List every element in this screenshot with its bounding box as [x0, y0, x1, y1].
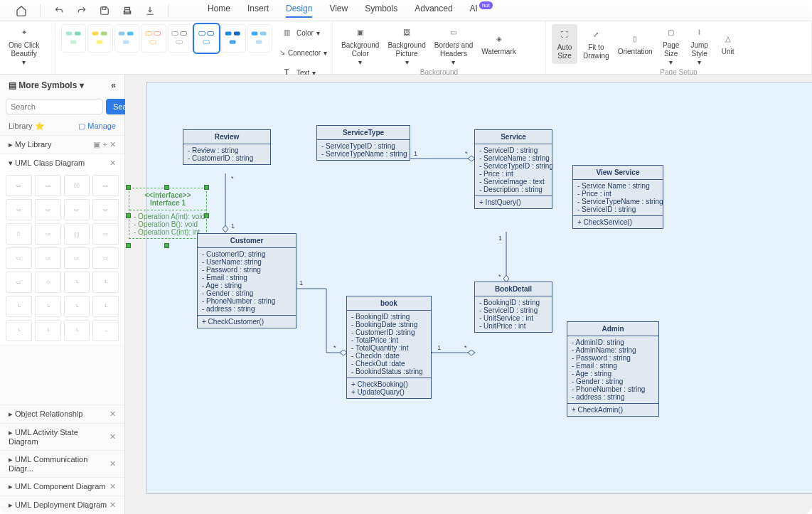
- manage-link[interactable]: ▢ Manage: [78, 122, 116, 131]
- stencil-shape[interactable]: ▭: [92, 199, 119, 220]
- section-comm[interactable]: ▸ UML Communication Diagr...✕: [0, 450, 124, 477]
- uml-class-customer[interactable]: Customer - CustomerID: string - UserName…: [197, 233, 297, 328]
- theme-1[interactable]: [61, 24, 86, 53]
- collapse-icon[interactable]: «: [111, 80, 116, 90]
- svg-text:1: 1: [437, 344, 441, 351]
- menu-view[interactable]: View: [329, 4, 348, 18]
- redo-icon[interactable]: [73, 2, 90, 19]
- bg-picture-button[interactable]: 🖼Background Picture ▾: [385, 24, 428, 68]
- section-deployment[interactable]: ▸ UML Deployment Diagram✕: [0, 496, 124, 514]
- fit-drawing-button[interactable]: ⤢Fit to Drawing: [580, 24, 612, 64]
- page-size-button[interactable]: ▢Page Size ▾: [658, 24, 684, 68]
- svg-text:1: 1: [414, 150, 417, 157]
- export-icon[interactable]: [141, 2, 159, 19]
- borders-button[interactable]: ▭Borders and Headers ▾: [432, 24, 476, 68]
- stencil-shape[interactable]: ▭: [35, 175, 61, 196]
- auto-size-button[interactable]: ⛶Auto Size: [552, 24, 577, 64]
- menu-insert[interactable]: Insert: [247, 4, 269, 18]
- one-click-beautify-button[interactable]: ✦One Click Beautify ▾: [6, 24, 42, 68]
- uml-class-servicetype[interactable]: ServiceType - ServiceTypeID : string - S…: [316, 125, 410, 161]
- uml-class-admin[interactable]: Admin - AdminID: string - AdminName: str…: [567, 321, 659, 417]
- jump-style-button[interactable]: ⌇Jump Style ▾: [687, 24, 712, 68]
- more-symbols-header[interactable]: ▤ More Symbols ▾ «: [0, 75, 124, 96]
- uml-class-viewservice[interactable]: View Service - Service Name : string - P…: [572, 165, 663, 229]
- uml-class-service[interactable]: Service - ServiceID : string - ServiceNa…: [474, 129, 552, 209]
- stencil-shape[interactable]: ▭: [6, 175, 32, 196]
- svg-rect-24: [252, 31, 258, 35]
- theme-6[interactable]: [194, 24, 219, 53]
- save-icon[interactable]: [96, 2, 113, 19]
- unit-button[interactable]: △Unit: [715, 24, 741, 64]
- theme-8[interactable]: [247, 24, 272, 53]
- svg-rect-26: [256, 41, 262, 44]
- stencil-shape[interactable]: └: [6, 296, 32, 317]
- stencil-shape[interactable]: ▭: [35, 247, 61, 269]
- stencil-shape[interactable]: ▭: [92, 223, 119, 245]
- uml-class-book[interactable]: book - BookingID :string - BookingDate :…: [346, 296, 432, 399]
- stencil-shape[interactable]: ▭: [6, 199, 32, 220]
- ribbon: ✦One Click Beautify ▾ ▥Color ▾ ↘Connecto…: [0, 21, 812, 75]
- svg-rect-23: [230, 41, 236, 44]
- stencil-shape[interactable]: { }: [64, 223, 90, 245]
- stencil-shape[interactable]: └: [35, 296, 61, 317]
- uml-class-bookdetail[interactable]: BookDetail - BookingID : string - Servic…: [474, 282, 552, 333]
- stencil-shape[interactable]: └: [92, 296, 119, 317]
- menu-ai[interactable]: AIhot: [470, 4, 493, 18]
- stencil-shape[interactable]: └: [35, 320, 61, 341]
- stencil-shape[interactable]: ◇: [35, 272, 61, 293]
- stencil-shape[interactable]: ▭: [35, 223, 61, 245]
- menu-home[interactable]: Home: [208, 4, 230, 18]
- uml-interface-selected[interactable]: <<interface>> Interface 1 - Operation A(…: [129, 188, 207, 239]
- canvas[interactable]: * 1 1 * 1 * 1 * 1 * Review: [125, 75, 812, 514]
- stencil-shape[interactable]: └: [64, 272, 90, 293]
- fit-icon: ⤢: [589, 28, 603, 42]
- menu-advanced[interactable]: Advanced: [415, 4, 452, 18]
- stencil-shape[interactable]: ▯: [6, 223, 32, 245]
- stencil-shape[interactable]: ▭: [35, 199, 61, 220]
- color-button[interactable]: ▥Color ▾: [277, 24, 326, 43]
- svg-text:1: 1: [498, 235, 502, 242]
- main-menu: Home Insert Design View Symbols Advanced…: [208, 4, 493, 18]
- stencil-shape[interactable]: └: [6, 320, 32, 341]
- section-activity[interactable]: ▸ UML Activity State Diagram✕: [0, 423, 124, 450]
- uml-class-section[interactable]: ▾ UML Class Diagram ✕: [0, 154, 124, 172]
- close-section-icon[interactable]: ✕: [109, 159, 116, 168]
- svg-text:*: *: [465, 150, 468, 157]
- svg-rect-5: [70, 41, 76, 44]
- page-size-icon: ▢: [664, 26, 678, 40]
- svg-rect-18: [198, 31, 205, 35]
- orientation-button[interactable]: ▯Orientation: [615, 24, 656, 64]
- uml-class-review[interactable]: Review - Review : string - CustomerID : …: [183, 129, 271, 165]
- stencil-shape[interactable]: ▭: [92, 175, 119, 196]
- drawing-page[interactable]: * 1 1 * 1 * 1 * 1 * Review: [146, 82, 812, 494]
- menu-symbols[interactable]: Symbols: [365, 4, 397, 18]
- home-icon[interactable]: [13, 2, 30, 19]
- my-library-section[interactable]: ▸ My Library ▣ + ✕: [0, 135, 124, 154]
- search-input[interactable]: [6, 99, 103, 114]
- watermark-button[interactable]: ◈Watermark: [479, 24, 519, 64]
- stencil-shape[interactable]: └: [92, 272, 119, 293]
- stencil-shape[interactable]: └: [64, 320, 90, 341]
- stencil-shape[interactable]: ▭: [92, 247, 119, 269]
- theme-3[interactable]: [114, 24, 139, 53]
- section-object-rel[interactable]: ▸ Object Relationship✕: [0, 405, 124, 423]
- stencil-shape[interactable]: →: [92, 320, 119, 341]
- svg-text:*: *: [231, 175, 234, 182]
- section-component[interactable]: ▸ UML Component Diagram✕: [0, 477, 124, 496]
- bg-color-button[interactable]: ▣Background Color ▾: [338, 24, 382, 68]
- stencil-shape[interactable]: ▭: [64, 199, 90, 220]
- stencil-shape[interactable]: ▭: [6, 247, 32, 269]
- stencil-shape[interactable]: └: [64, 296, 90, 317]
- theme-5[interactable]: [168, 24, 193, 53]
- theme-7[interactable]: [220, 24, 245, 53]
- theme-4[interactable]: [141, 24, 166, 53]
- jump-icon: ⌇: [693, 26, 707, 40]
- stencil-shape[interactable]: ▭: [64, 247, 90, 269]
- connector-button[interactable]: ↘Connector ▾: [277, 44, 326, 63]
- print-icon[interactable]: [119, 2, 136, 19]
- theme-2[interactable]: [87, 24, 112, 53]
- menu-design[interactable]: Design: [286, 4, 312, 18]
- stencil-shape[interactable]: ▭: [6, 272, 32, 293]
- stencil-shape[interactable]: ▯▯: [64, 175, 90, 196]
- undo-icon[interactable]: [50, 2, 68, 19]
